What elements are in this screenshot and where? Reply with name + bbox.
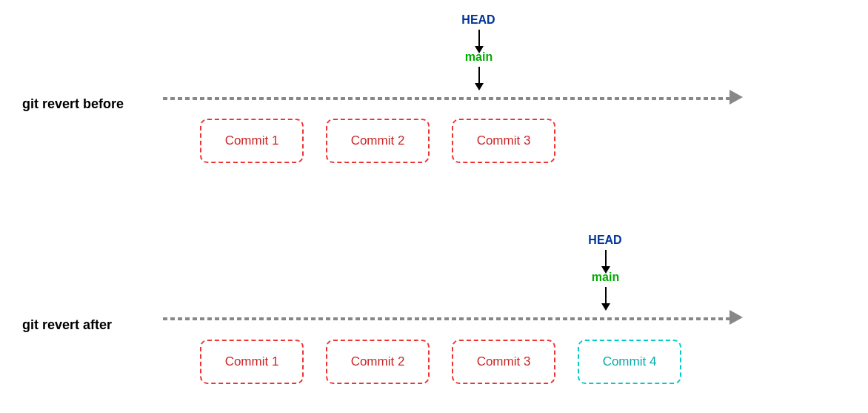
before-commit-2: Commit 2 [326, 119, 430, 163]
after-main-label: main [585, 271, 626, 284]
after-main-arrow [601, 287, 610, 311]
after-head-label: HEAD [583, 234, 627, 247]
before-timeline [163, 97, 733, 100]
before-commit-3: Commit 3 [452, 119, 555, 163]
after-commit-3: Commit 3 [452, 340, 555, 384]
before-commit-1: Commit 1 [200, 119, 304, 163]
after-section-label: git revert after [22, 317, 112, 333]
before-timeline-arrow [730, 90, 743, 105]
before-main-label: main [458, 50, 499, 64]
before-section-label: git revert before [22, 96, 124, 112]
before-head-label: HEAD [456, 13, 501, 27]
before-main-arrow [475, 67, 484, 90]
after-commit-2: Commit 2 [326, 340, 430, 384]
after-commit-4: Commit 4 [578, 340, 681, 384]
diagram-container: git revert before HEAD main Commit 1 Com… [0, 0, 868, 413]
after-timeline-arrow [730, 310, 743, 325]
after-timeline [163, 317, 733, 320]
after-commit-1: Commit 1 [200, 340, 304, 384]
